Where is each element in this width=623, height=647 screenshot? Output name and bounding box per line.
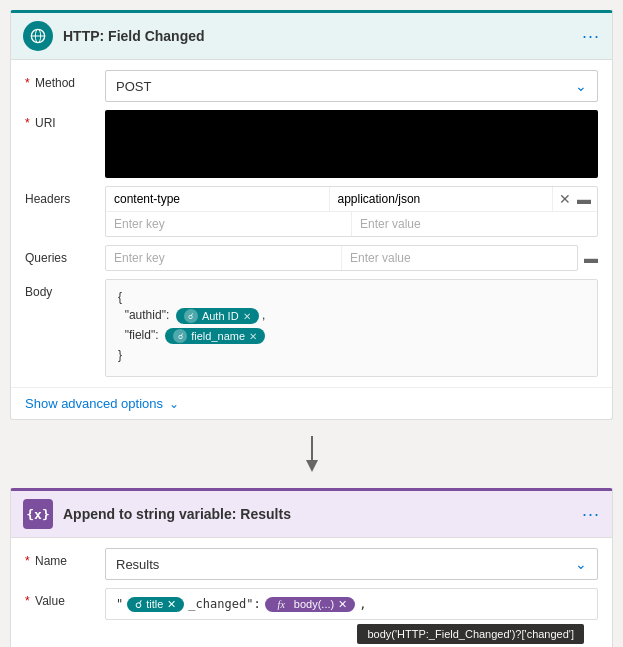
uri-row: * URI xyxy=(25,110,598,178)
value-label: * Value xyxy=(25,588,95,608)
authid-token-remove[interactable]: ✕ xyxy=(243,311,251,322)
value-row: * Value " ☌ title ✕ _changed": fx xyxy=(25,588,598,644)
body-token-remove[interactable]: ✕ xyxy=(338,598,347,611)
http-card-title: HTTP: Field Changed xyxy=(63,28,572,44)
queries-label: Queries xyxy=(25,245,95,265)
body-token[interactable]: fx body(...) ✕ xyxy=(265,597,356,612)
title-token-remove[interactable]: ✕ xyxy=(167,598,176,611)
name-dropdown[interactable]: Results ⌄ xyxy=(105,548,598,580)
down-arrow-icon xyxy=(300,436,324,472)
title-token-label: title xyxy=(146,598,163,610)
title-token[interactable]: ☌ title ✕ xyxy=(127,597,184,612)
fx-icon: fx xyxy=(273,598,290,611)
body-token-tooltip: body('HTTP:_Field_Changed')?['changed'] xyxy=(357,624,584,644)
append-card-title: Append to string variable: Results xyxy=(63,506,572,522)
value-suffix: , xyxy=(359,597,366,611)
uri-label: * URI xyxy=(25,110,95,130)
append-card-header: {x} Append to string variable: Results ·… xyxy=(11,491,612,538)
query-key-placeholder[interactable]: Enter key xyxy=(106,246,342,270)
method-row: * Method POST ⌄ xyxy=(25,70,598,102)
name-chevron-icon: ⌄ xyxy=(575,556,587,572)
queries-table-icon[interactable]: ▬ xyxy=(584,250,598,266)
http-icon xyxy=(23,21,53,51)
field-token-icon: ☌ xyxy=(173,329,187,343)
name-row: * Name Results ⌄ xyxy=(25,548,598,580)
http-card-header: HTTP: Field Changed ··· xyxy=(11,13,612,60)
method-field: POST ⌄ xyxy=(105,70,598,102)
authid-token[interactable]: ☌ Auth ID ✕ xyxy=(176,308,259,324)
body-field: { "authid": ☌ Auth ID ✕ , "field": xyxy=(105,279,598,377)
method-chevron-icon: ⌄ xyxy=(575,78,587,94)
header-actions: ✕ ▬ xyxy=(553,191,597,207)
authid-token-icon: ☌ xyxy=(184,309,198,323)
uri-field xyxy=(105,110,598,178)
body-label: Body xyxy=(25,279,95,299)
value-middle: _changed": xyxy=(188,597,260,611)
body-close-brace: } xyxy=(118,348,585,362)
body-editor[interactable]: { "authid": ☌ Auth ID ✕ , "field": xyxy=(105,279,598,377)
field-token-label: field_name xyxy=(191,330,245,342)
show-advanced-toggle[interactable]: Show advanced options ⌄ xyxy=(11,387,612,419)
http-menu-button[interactable]: ··· xyxy=(582,26,600,47)
flow-arrow xyxy=(10,432,613,476)
query-value-placeholder[interactable]: Enter value xyxy=(342,246,577,270)
svg-marker-4 xyxy=(306,460,318,472)
method-value: POST xyxy=(116,79,151,94)
body-field-line: "field": ☌ field_name ✕ xyxy=(118,328,585,344)
http-card: HTTP: Field Changed ··· * Method POST ⌄ xyxy=(10,10,613,420)
show-advanced-label: Show advanced options xyxy=(25,396,163,411)
header-value-placeholder[interactable]: Enter value xyxy=(352,212,597,236)
headers-field: content-type application/json ✕ ▬ Enter … xyxy=(105,186,598,237)
headers-placeholder-row: Enter key Enter value xyxy=(106,212,597,236)
header-value-value[interactable]: application/json xyxy=(330,187,554,211)
http-card-body: * Method POST ⌄ * URI xyxy=(11,60,612,387)
name-value: Results xyxy=(116,557,159,572)
append-menu-button[interactable]: ··· xyxy=(582,504,600,525)
headers-row: Headers content-type application/json ✕ … xyxy=(25,186,598,237)
append-card-body: * Name Results ⌄ * Value xyxy=(11,538,612,647)
header-copy-icon[interactable]: ▬ xyxy=(577,191,591,207)
title-token-icon: ☌ xyxy=(135,598,142,611)
value-field: " ☌ title ✕ _changed": fx body(...) ✕ , xyxy=(105,588,598,644)
queries-field: Enter key Enter value ▬ xyxy=(105,245,598,271)
header-key-placeholder[interactable]: Enter key xyxy=(106,212,352,236)
method-label: * Method xyxy=(25,70,95,90)
headers-value-row: content-type application/json ✕ ▬ xyxy=(106,187,597,212)
body-row: Body { "authid": ☌ Auth ID ✕ , xyxy=(25,279,598,377)
value-prefix: " xyxy=(116,597,123,611)
append-card: {x} Append to string variable: Results ·… xyxy=(10,488,613,647)
method-dropdown[interactable]: POST ⌄ xyxy=(105,70,598,102)
append-icon: {x} xyxy=(23,499,53,529)
header-delete-icon[interactable]: ✕ xyxy=(559,191,571,207)
body-open-brace: { xyxy=(118,290,585,304)
field-token-remove[interactable]: ✕ xyxy=(249,331,257,342)
show-advanced-chevron-icon: ⌄ xyxy=(169,397,179,411)
headers-table: content-type application/json ✕ ▬ Enter … xyxy=(105,186,598,237)
value-editor[interactable]: " ☌ title ✕ _changed": fx body(...) ✕ , xyxy=(105,588,598,620)
name-label: * Name xyxy=(25,548,95,568)
body-token-label: body(...) xyxy=(294,598,334,610)
body-authid-line: "authid": ☌ Auth ID ✕ , xyxy=(118,308,585,324)
header-key-value[interactable]: content-type xyxy=(106,187,330,211)
authid-token-label: Auth ID xyxy=(202,310,239,322)
uri-value-redacted[interactable] xyxy=(105,110,598,178)
globe-icon xyxy=(30,28,46,44)
tooltip-row: body('HTTP:_Field_Changed')?['changed'] xyxy=(105,620,598,644)
name-field: Results ⌄ xyxy=(105,548,598,580)
queries-row: Queries Enter key Enter value ▬ xyxy=(25,245,598,271)
headers-label: Headers xyxy=(25,186,95,206)
field-token[interactable]: ☌ field_name ✕ xyxy=(165,328,265,344)
queries-input-pair: Enter key Enter value xyxy=(105,245,578,271)
